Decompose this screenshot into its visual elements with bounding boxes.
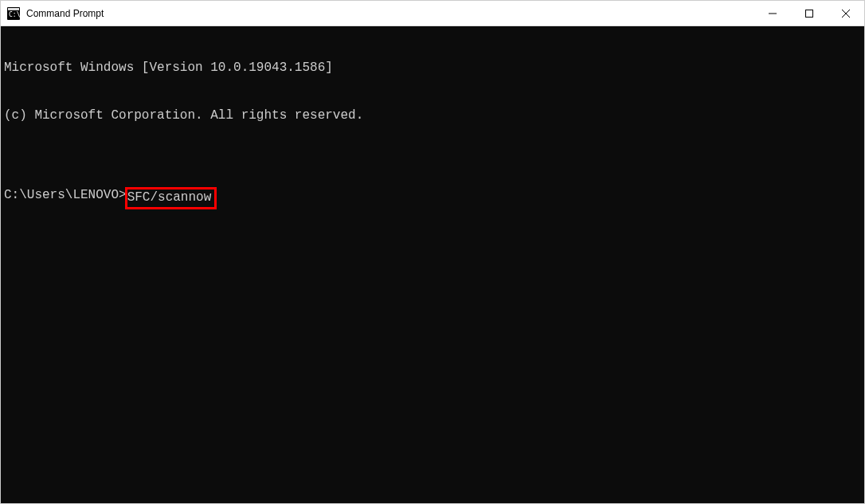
window-controls: [754, 1, 864, 25]
titlebar[interactable]: C:\ Command Prompt: [1, 1, 864, 26]
minimize-icon: [769, 10, 777, 18]
console-command[interactable]: SFC/scannow: [127, 190, 212, 205]
svg-rect-4: [806, 10, 813, 17]
svg-text:C:\: C:\: [9, 11, 20, 18]
maximize-icon: [805, 10, 813, 18]
console-prompt: C:\Users\LENOVO>: [4, 187, 127, 203]
maximize-button[interactable]: [791, 1, 828, 25]
console-output-line: Microsoft Windows [Version 10.0.19043.15…: [4, 60, 861, 76]
minimize-button[interactable]: [754, 1, 791, 25]
console-output-line: (c) Microsoft Corporation. All rights re…: [4, 107, 861, 123]
command-highlight: SFC/scannow: [125, 187, 217, 209]
close-button[interactable]: [828, 1, 864, 25]
svg-rect-1: [8, 8, 19, 10]
command-prompt-icon: C:\: [7, 7, 20, 20]
console-area[interactable]: Microsoft Windows [Version 10.0.19043.15…: [1, 26, 864, 503]
close-icon: [842, 10, 850, 18]
command-prompt-window: C:\ Command Prompt Micro: [0, 0, 865, 504]
window-title: Command Prompt: [26, 8, 754, 19]
console-prompt-line: C:\Users\LENOVO>SFC/scannow: [4, 187, 861, 209]
